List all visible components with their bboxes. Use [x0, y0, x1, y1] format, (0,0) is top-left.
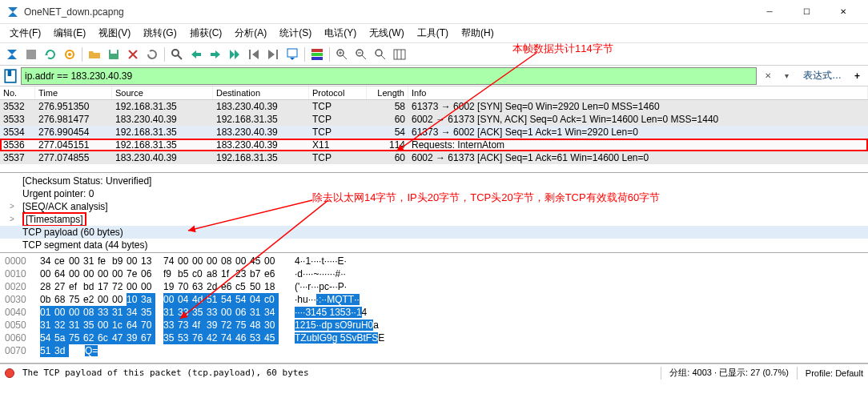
hex-row[interactable]: 004001000008333134353133353300063134····…: [5, 306, 863, 319]
col-no[interactable]: No.: [0, 86, 35, 99]
hex-row[interactable]: 00100064000000007e06f9b5c0a81f23b7e6·d··…: [5, 267, 863, 280]
menu-capture[interactable]: 捕获(C): [183, 25, 229, 42]
window-title: OneNET_down.pcapng: [24, 6, 751, 18]
close-button[interactable]: ✕: [825, 0, 862, 24]
jump-icon[interactable]: [226, 46, 243, 63]
next-icon[interactable]: [207, 46, 224, 63]
svg-rect-4: [111, 50, 117, 54]
menu-help[interactable]: 帮助(H): [455, 25, 500, 42]
svg-rect-11: [287, 49, 297, 57]
menu-stats[interactable]: 统计(S): [273, 25, 318, 42]
filter-input[interactable]: [21, 67, 757, 85]
hex-row[interactable]: 0070513dQ=: [5, 344, 863, 357]
statusbar: The TCP payload of this packet (tcp.payl…: [0, 364, 868, 381]
save-icon[interactable]: [105, 46, 123, 63]
svg-line-6: [178, 55, 182, 59]
zoom-in-icon[interactable]: [333, 46, 351, 63]
detail-line[interactable]: [Checksum Status: Unverified]: [0, 175, 868, 187]
svg-rect-13: [311, 53, 323, 56]
separator: [164, 47, 165, 62]
zoom-out-icon[interactable]: [352, 46, 370, 63]
detail-line[interactable]: Urgent pointer: 0: [0, 187, 868, 200]
expert-info-icon[interactable]: [5, 368, 14, 378]
packet-row[interactable]: 3533276.981477183.230.40.39192.168.31.35…: [0, 113, 868, 126]
stop-capture-icon[interactable]: [22, 46, 40, 63]
col-time[interactable]: Time: [35, 86, 112, 99]
svg-rect-12: [311, 49, 323, 52]
hex-row[interactable]: 005031323135001c647033734f39727548301215…: [5, 319, 863, 332]
detail-line[interactable]: TCP segment data (44 bytes): [0, 239, 868, 251]
titlebar: OneNET_down.pcapng ─ ☐ ✕: [0, 0, 868, 24]
packet-header: No. Time Source Destination Protocol Len…: [0, 86, 868, 100]
apply-filter-icon[interactable]: ▾: [779, 68, 795, 84]
menu-tele[interactable]: 电话(Y): [318, 25, 363, 42]
col-dst[interactable]: Destination: [213, 86, 309, 99]
last-icon[interactable]: [264, 46, 282, 63]
detail-line[interactable]: TCP payload (60 bytes): [0, 226, 868, 239]
svg-rect-10: [276, 50, 278, 59]
start-capture-icon[interactable]: [3, 46, 21, 63]
menu-edit[interactable]: 编辑(E): [47, 25, 92, 42]
maximize-button[interactable]: ☐: [788, 0, 825, 24]
svg-point-2: [68, 53, 71, 56]
svg-rect-7: [196, 53, 201, 56]
svg-point-17: [376, 50, 382, 56]
status-mid: 分组: 4003 · 已显示: 27 (0.7%): [669, 367, 789, 379]
expression-button[interactable]: 表达式…: [798, 69, 846, 82]
menu-wireless[interactable]: 无线(W): [363, 25, 410, 42]
app-icon: [6, 6, 19, 18]
colorize-icon[interactable]: [308, 46, 326, 63]
col-proto[interactable]: Protocol: [309, 86, 367, 99]
detail-pane[interactable]: [Checksum Status: Unverified]Urgent poin…: [0, 173, 868, 253]
zoom-reset-icon[interactable]: [372, 46, 389, 63]
svg-rect-22: [8, 70, 12, 76]
hex-row[interactable]: 0060545a75626c4739673553764274465345TZub…: [5, 332, 863, 344]
menu-analyze[interactable]: 分析(A): [228, 25, 273, 42]
auto-scroll-icon[interactable]: [283, 46, 301, 63]
prev-icon[interactable]: [187, 46, 205, 63]
svg-rect-14: [311, 57, 323, 60]
options-icon[interactable]: [61, 46, 78, 63]
toolbar: [0, 43, 868, 66]
resize-columns-icon[interactable]: [391, 46, 408, 63]
menu-view[interactable]: 视图(V): [92, 25, 137, 42]
packet-row[interactable]: 3534276.990454192.168.31.35183.230.40.39…: [0, 126, 868, 139]
reload-icon[interactable]: [143, 46, 161, 63]
packet-row[interactable]: 3536277.045151192.168.31.35183.230.40.39…: [0, 139, 868, 151]
svg-rect-8: [211, 53, 215, 56]
packet-list-pane[interactable]: No. Time Source Destination Protocol Len…: [0, 86, 868, 173]
hex-row[interactable]: 00202827efbd177200001970632de6c55018('··…: [5, 280, 863, 293]
clear-filter-icon[interactable]: ✕: [760, 68, 776, 84]
detail-line[interactable]: >[SEQ/ACK analysis]: [0, 200, 868, 213]
separator: [329, 47, 330, 62]
status-left: The TCP payload of this packet (tcp.payl…: [22, 368, 309, 378]
bookmark-icon[interactable]: [3, 69, 18, 83]
close-file-icon[interactable]: [124, 46, 142, 63]
separator: [304, 47, 305, 62]
separator: [82, 47, 82, 62]
open-icon[interactable]: [86, 46, 103, 63]
hex-pane[interactable]: 000034ce0031feb9001374000000080045004··1…: [0, 253, 868, 364]
find-icon[interactable]: [168, 46, 186, 63]
packet-row[interactable]: 3537277.074855183.230.40.39192.168.31.35…: [0, 151, 868, 164]
status-right: Profile: Default: [806, 368, 863, 378]
menu-file[interactable]: 文件(F): [3, 25, 47, 42]
svg-point-5: [172, 50, 179, 56]
detail-line[interactable]: >[Timestamps]: [0, 213, 868, 226]
svg-rect-0: [26, 50, 36, 59]
minimize-button[interactable]: ─: [751, 0, 788, 24]
menu-tools[interactable]: 工具(T): [411, 25, 455, 42]
menubar: 文件(F) 编辑(E) 视图(V) 跳转(G) 捕获(C) 分析(A) 统计(S…: [0, 24, 868, 43]
first-icon[interactable]: [245, 46, 263, 63]
hex-row[interactable]: 000034ce0031feb9001374000000080045004··1…: [5, 255, 863, 267]
col-len[interactable]: Length: [367, 86, 408, 99]
menu-jump[interactable]: 跳转(G): [137, 25, 183, 42]
restart-capture-icon[interactable]: [42, 46, 59, 63]
hex-row[interactable]: 00300b6875e20000103a00044d51545404c0·hu·…: [5, 293, 863, 306]
col-info[interactable]: Info: [408, 86, 868, 99]
add-filter-button[interactable]: +: [850, 70, 865, 82]
packet-row[interactable]: 3532276.951350192.168.31.35183.230.40.39…: [0, 100, 868, 113]
col-src[interactable]: Source: [112, 86, 213, 99]
packet-list: 3532276.951350192.168.31.35183.230.40.39…: [0, 100, 868, 164]
filterbar: ✕ ▾ 表达式… +: [0, 66, 868, 86]
